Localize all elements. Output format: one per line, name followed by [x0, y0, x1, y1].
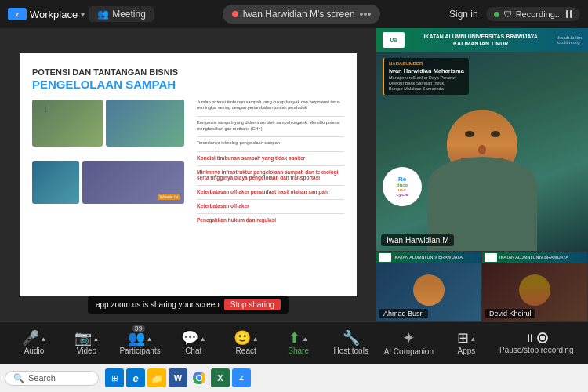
share-chevron: ▲ — [302, 336, 308, 343]
topbar-right: Sign in 🛡 Recording... — [449, 7, 580, 21]
share-button[interactable]: ⬆ ▲ Share — [279, 331, 318, 355]
pause-icon: ⏸ — [524, 332, 535, 344]
participants-icon: 👥 — [128, 331, 145, 345]
taskbar: 🔍 Search ⊞ e 📁 W X Z — [0, 364, 588, 392]
edge-icon[interactable]: e — [126, 368, 145, 387]
react-icon: 🙂 — [234, 331, 251, 345]
topbar-left: z Workplace ▾ 👥 Meeting — [8, 6, 154, 22]
screen-share-dot — [232, 11, 238, 17]
search-icon: 🔍 — [13, 373, 24, 383]
word-icon[interactable]: W — [169, 368, 187, 387]
workplace-label: Workplace — [30, 9, 78, 20]
record-stop-icon — [537, 332, 548, 343]
zoom-icon: z — [8, 8, 27, 20]
image-bottom-row: Waste to — [32, 161, 189, 204]
thumbnail-face-1 — [413, 274, 445, 306]
audio-label: Audio — [24, 347, 45, 355]
thumbnail-face-2 — [519, 274, 550, 306]
thumbnails-row: IKATAN ALUMNI UNIV BRAWIJAYA Ahmad Busri… — [376, 251, 588, 321]
host-tools-button[interactable]: 🔧 Host tools — [332, 331, 371, 355]
ai-companion-button[interactable]: ✦ AI Companion — [384, 330, 434, 356]
thumbnail-item-1: IKATAN ALUMNI UNIV BRAWIJAYA Ahmad Busri — [376, 252, 482, 321]
thumbnail-item-2: IKATAN ALUMNI UNIV BRAWIJAYA Devid Khoir… — [482, 252, 588, 321]
react-label: React — [236, 347, 256, 355]
zoom-taskbar-icon[interactable]: Z — [232, 368, 251, 387]
slide-body: ↓ Waste to Jumlah potensi timbunan sampa… — [32, 100, 344, 288]
org-header-banner: UB IKATAN ALUMNI UNIVERSITAS BRAWIJAYA K… — [376, 28, 588, 52]
ai-companion-label: AI Companion — [384, 347, 434, 356]
windows-icon[interactable]: ⊞ — [105, 368, 124, 387]
signin-button[interactable]: Sign in — [449, 9, 478, 20]
slide-text-item-8: Penegakkan hukum dan regulasi — [197, 217, 344, 223]
screen-share-banner: app.zoom.us is sharing your screen Stop … — [88, 296, 289, 314]
share-icon: ⬆ — [289, 331, 300, 345]
slide-images: ↓ Waste to — [32, 100, 189, 288]
apps-label: Apps — [458, 347, 476, 355]
workplace-chevron: ▾ — [81, 10, 85, 19]
org-name: IKATAN ALUMNI UNIVERSITAS BRAWIJAYA KALI… — [409, 33, 552, 47]
video-chevron: ▲ — [93, 336, 100, 343]
chat-label: Chat — [185, 347, 201, 355]
react-button[interactable]: 🙂 ▲ React — [227, 331, 266, 355]
org-websites: ika.ub.kulim kaultim.org — [557, 35, 582, 45]
slide-text-item-7: Keterbatasan offtaker — [197, 203, 344, 209]
participants-label: Participants — [119, 347, 160, 355]
main-content: POTENSI DAN TANTANGAN BISNIS PENGELOLAAN… — [0, 28, 588, 321]
screen-share-indicator: Iwan Harwidian M's screen ••• — [223, 5, 381, 24]
speaker-video: UB IKATAN ALUMNI UNIVERSITAS BRAWIJAYA K… — [376, 28, 588, 251]
participants-chevron: ▲ — [147, 336, 153, 343]
narasumber-badge: NARASUMBER Iwan Harwidian Maharisma Mana… — [383, 58, 469, 95]
recycle-circle: Re duce use cycle — [383, 167, 422, 206]
speaker-background: UB IKATAN ALUMNI UNIVERSITAS BRAWIJAYA K… — [376, 28, 588, 251]
meeting-button[interactable]: 👥 Meeting — [89, 6, 154, 22]
screen-more-button[interactable]: ••• — [360, 8, 372, 20]
slide-text-item-3: Tersedianya teknologi pengelolaan sampah — [197, 140, 344, 147]
apps-icon: ⊞ — [457, 331, 469, 345]
slide-text-item-6: Keterbatasan offtaker pemanfaat hasil ol… — [197, 189, 344, 194]
bottom-toolbar: 🎤 ▲ Audio 📷 ▲ Video 👥 39 ▲ Participants … — [0, 321, 588, 364]
participants-button[interactable]: 👥 39 ▲ Participants — [119, 331, 160, 355]
org-logo: UB — [383, 32, 405, 48]
thumbnail-label-2: Devid Khoirul — [485, 309, 535, 318]
audio-button[interactable]: 🎤 ▲ Audio — [14, 331, 53, 355]
waste-image-3 — [32, 161, 79, 204]
taskbar-apps: ⊞ e 📁 W X Z — [105, 368, 251, 387]
thumbnail-label-1: Ahmad Busri — [379, 309, 428, 318]
pause-icon — [566, 10, 572, 18]
thumbnail-banner-2: IKATAN ALUMNI UNIV BRAWIJAYA — [482, 252, 587, 263]
apps-chevron: ▲ — [470, 336, 477, 343]
top-bar: z Workplace ▾ 👥 Meeting Iwan Harwidian M… — [0, 0, 588, 28]
svg-point-2 — [197, 376, 201, 380]
mic-icon: 🎤 — [22, 331, 39, 345]
slide-title-main: POTENSI DAN TANTANGAN BISNIS — [32, 67, 344, 77]
chat-button[interactable]: 💬 ▲ Chat — [174, 331, 213, 355]
stop-sharing-button[interactable]: Stop sharing — [224, 299, 281, 310]
files-icon[interactable]: 📁 — [147, 368, 166, 387]
slide-text-item-4: Kondisi timbunan sampah yang tidak sanit… — [197, 155, 344, 161]
slide-content: POTENSI DAN TANTANGAN BISNIS PENGELOLAAN… — [20, 53, 357, 296]
recording-badge: 🛡 Recording... — [486, 7, 580, 21]
arrow-icon: ↓ — [43, 102, 49, 114]
chat-chevron: ▲ — [200, 336, 206, 343]
presentation-area: POTENSI DAN TANTANGAN BISNIS PENGELOLAAN… — [0, 28, 376, 321]
video-button[interactable]: 📷 ▲ Video — [67, 331, 106, 355]
search-placeholder: Search — [28, 373, 56, 383]
speaker-name-label: Iwan Harwidian M — [381, 234, 454, 246]
waste-image-2 — [106, 100, 184, 147]
camera-icon: 📷 — [74, 331, 92, 345]
topbar-center: Iwan Harwidian M's screen ••• — [223, 5, 381, 24]
slide-text-column: Jumlah potensi timbunan sampah yang cuku… — [197, 100, 344, 288]
chrome-icon[interactable] — [190, 368, 209, 387]
recording-dot — [494, 12, 499, 17]
waste-image-4: Waste to — [82, 161, 184, 204]
taskbar-search[interactable]: 🔍 Search — [5, 371, 99, 386]
participants-badge: 39 — [132, 325, 145, 332]
apps-button[interactable]: ⊞ ▲ Apps — [447, 331, 486, 355]
excel-icon[interactable]: X — [211, 368, 230, 387]
pause-stop-recording-button[interactable]: ⏸ Pause/stop recording — [499, 332, 574, 354]
zoom-logo: z Workplace ▾ — [8, 8, 85, 20]
recycle-logo: Re duce use cycle — [383, 167, 423, 208]
slide-text-item-1: Jumlah potensi timbunan sampah yang cuku… — [197, 100, 344, 111]
audio-chevron: ▲ — [41, 336, 47, 343]
speaker-face — [412, 94, 553, 251]
